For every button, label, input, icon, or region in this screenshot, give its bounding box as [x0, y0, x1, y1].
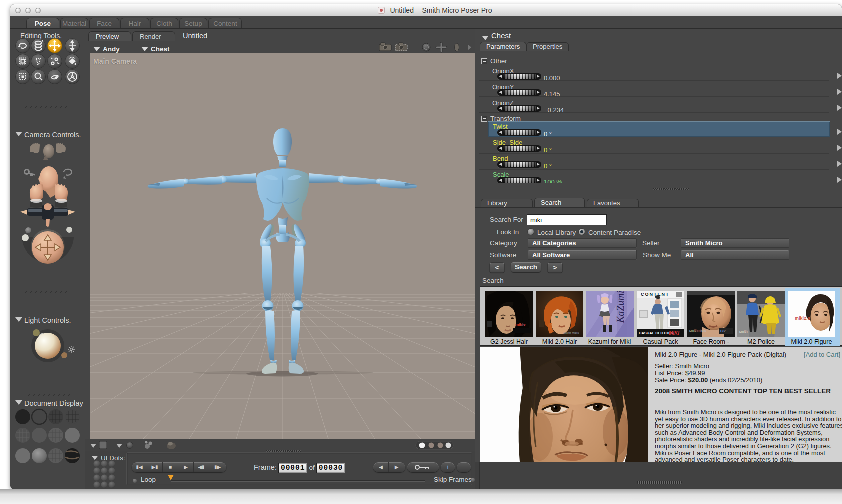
svg-text:KaZumi: KaZumi [615, 291, 626, 323]
svg-text:smith: smith [739, 330, 748, 333]
svg-text:MIKI: MIKI [669, 330, 679, 336]
svg-text:Camera Controls.: Camera Controls. [24, 131, 81, 139]
svg-text:G2: G2 [720, 329, 726, 333]
svg-text:smithmicro: smithmicro [689, 329, 706, 332]
svg-text:Smith Micro: Smith Micro [563, 331, 579, 334]
svg-text:Light Controls.: Light Controls. [24, 316, 71, 324]
svg-text:Document Display: Document Display [24, 399, 83, 407]
svg-text:CONTENT: CONTENT [641, 292, 670, 297]
svg-text:CASUAL CLOTHES: CASUAL CLOTHES [639, 331, 673, 335]
svg-text:miki2.0: miki2.0 [795, 316, 810, 321]
svg-text:mikie: mikie [515, 322, 526, 327]
